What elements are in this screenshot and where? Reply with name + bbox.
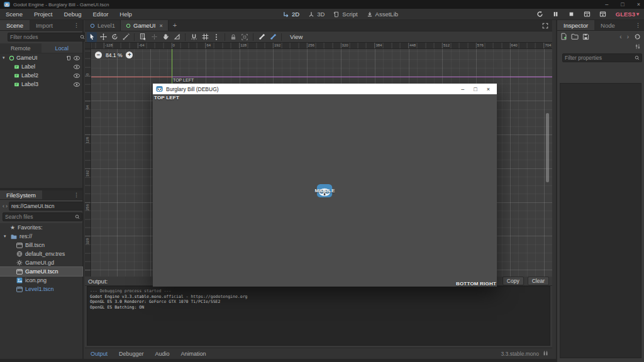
bottom-tab-debugger[interactable]: Debugger: [113, 348, 150, 359]
history-back-button[interactable]: ‹: [619, 33, 621, 40]
fs-back-button[interactable]: ‹: [3, 203, 4, 209]
ruler-tool-button[interactable]: [172, 32, 182, 42]
output-log[interactable]: --- Debugging process started --- Godot …: [87, 286, 550, 346]
visibility-eye-icon[interactable]: [74, 56, 80, 60]
fs-path-input[interactable]: [11, 203, 81, 209]
filter-nodes-input[interactable]: [10, 34, 80, 40]
tab-filesystem[interactable]: FileSystem: [0, 190, 42, 199]
load-resource-button[interactable]: [571, 33, 579, 40]
visibility-eye-icon[interactable]: [74, 65, 80, 69]
workspace-script-button[interactable]: Script: [333, 11, 357, 18]
pause-button[interactable]: [551, 9, 561, 19]
workspace-2d-button[interactable]: 2D: [283, 11, 299, 18]
skeleton-options-button[interactable]: [268, 32, 278, 42]
skeleton-button[interactable]: [257, 32, 267, 42]
save-resource-button[interactable]: [582, 33, 589, 40]
file-bill-tscn[interactable]: Bill.tscn: [0, 241, 82, 250]
fs-forward-button[interactable]: ›: [6, 203, 8, 209]
inspector-dock-menu-icon[interactable]: ⋮: [632, 20, 644, 30]
move-tool-button[interactable]: [98, 32, 108, 42]
object-properties-button[interactable]: [635, 43, 641, 50]
canvas-vertical-scrollbar[interactable]: [546, 113, 549, 182]
scene-node-label[interactable]: Label: [0, 62, 82, 71]
collapse-caret-icon[interactable]: ▾: [3, 55, 7, 60]
filesystem-dock-menu-icon[interactable]: ⋮: [70, 190, 82, 199]
snap-options-button[interactable]: [211, 32, 221, 42]
scene-tab-gameui[interactable]: GameUI ×: [121, 20, 169, 31]
bottom-tab-animation[interactable]: Animation: [175, 348, 212, 359]
tab-node[interactable]: Node: [594, 20, 621, 30]
favorites-item[interactable]: ★ Favorites:: [0, 223, 82, 232]
visibility-eye-icon[interactable]: [74, 82, 80, 87]
close-tab-icon[interactable]: ×: [159, 23, 162, 29]
fs-search-input[interactable]: [5, 214, 75, 220]
tab-import[interactable]: Import: [30, 20, 59, 30]
tab-inspector[interactable]: Inspector: [557, 20, 594, 30]
canvas-toolbar: View: [85, 31, 552, 43]
pan-tool-button[interactable]: [160, 32, 170, 42]
group-object-button[interactable]: [240, 32, 250, 42]
remote-tab[interactable]: Remote: [0, 43, 42, 53]
lock-object-button[interactable]: [228, 32, 238, 42]
os-maximize-button[interactable]: □: [621, 1, 624, 8]
new-resource-button[interactable]: [560, 33, 567, 40]
bottom-tab-output[interactable]: Output: [85, 348, 113, 359]
file-gameui-gd[interactable]: GameUI.gd: [0, 258, 82, 267]
view-menu-button[interactable]: View: [285, 33, 308, 40]
zoom-value[interactable]: 84.1 %: [106, 52, 122, 58]
pivot-tool-button[interactable]: [149, 32, 159, 42]
menu-editor[interactable]: Editor: [87, 9, 114, 20]
history-forward-button[interactable]: ›: [627, 33, 629, 40]
workspace-3d-button[interactable]: 3D: [308, 11, 325, 18]
zoom-in-button[interactable]: +: [126, 52, 133, 58]
editor-update-spinner-icon[interactable]: [543, 351, 548, 356]
game-window-titlebar[interactable]: Burglary Bill (DEBUG) – □ ×: [153, 84, 497, 94]
list-select-tool-button[interactable]: [138, 32, 148, 42]
scene-tab-level1[interactable]: Level1: [85, 20, 121, 31]
play-custom-scene-button[interactable]: [598, 9, 608, 19]
game-close-button[interactable]: ×: [487, 86, 490, 92]
scene-node-gameui[interactable]: ▾ GameUI: [0, 53, 82, 62]
distraction-free-button[interactable]: [542, 23, 548, 29]
visibility-eye-icon[interactable]: [74, 74, 80, 78]
clear-button[interactable]: Clear: [528, 277, 549, 285]
renderer-dropdown[interactable]: GLES3▾: [616, 11, 639, 18]
game-maximize-button[interactable]: □: [474, 86, 477, 92]
smart-snap-button[interactable]: [189, 32, 199, 42]
tab-scene[interactable]: Scene: [0, 20, 30, 30]
menu-scene[interactable]: Scene: [0, 9, 28, 20]
game-debug-window[interactable]: Burglary Bill (DEBUG) – □ × TOP LEFT MID…: [153, 84, 497, 287]
object-history-button[interactable]: [634, 33, 641, 40]
os-close-button[interactable]: ×: [637, 1, 640, 8]
game-minimize-button[interactable]: –: [461, 86, 464, 92]
attached-script-icon[interactable]: [66, 55, 71, 61]
scene-node-label3[interactable]: Label3: [0, 80, 82, 89]
play-scene-button[interactable]: [582, 9, 592, 19]
scene-dock-menu-icon[interactable]: ⋮: [70, 20, 82, 30]
workspace-assetlib-button[interactable]: AssetLib: [367, 11, 398, 18]
menu-debug[interactable]: Debug: [58, 9, 87, 20]
collapse-caret-icon[interactable]: ▾: [4, 234, 8, 239]
new-scene-tab-button[interactable]: +: [169, 20, 181, 31]
bottom-tab-audio[interactable]: Audio: [150, 348, 175, 359]
file-icon-png[interactable]: icon.png: [0, 276, 82, 285]
scale-tool-button[interactable]: [121, 32, 131, 42]
select-tool-button[interactable]: [87, 32, 97, 42]
file-level1-tscn[interactable]: Level1.tscn: [0, 285, 82, 293]
grid-snap-button[interactable]: [200, 32, 210, 42]
copy-button[interactable]: Copy: [502, 277, 524, 285]
menu-help[interactable]: Help: [114, 9, 138, 20]
ruler-tick-label: 256: [86, 204, 89, 211]
file-gameui-tscn[interactable]: GameUI.tscn: [0, 267, 82, 276]
root-folder-item[interactable]: ▾ res://: [0, 232, 82, 241]
filter-properties-input[interactable]: [565, 55, 635, 61]
local-tab[interactable]: Local: [42, 43, 83, 53]
stop-button[interactable]: [567, 9, 577, 19]
rotate-tool-button[interactable]: [109, 32, 119, 42]
file-default-env-tres[interactable]: default_env.tres: [0, 250, 82, 258]
zoom-out-button[interactable]: −: [95, 52, 102, 58]
menu-project[interactable]: Project: [28, 9, 58, 20]
restart-play-button[interactable]: [535, 9, 545, 19]
scene-node-label2[interactable]: Label2: [0, 71, 82, 80]
os-minimize-button[interactable]: –: [605, 1, 608, 8]
